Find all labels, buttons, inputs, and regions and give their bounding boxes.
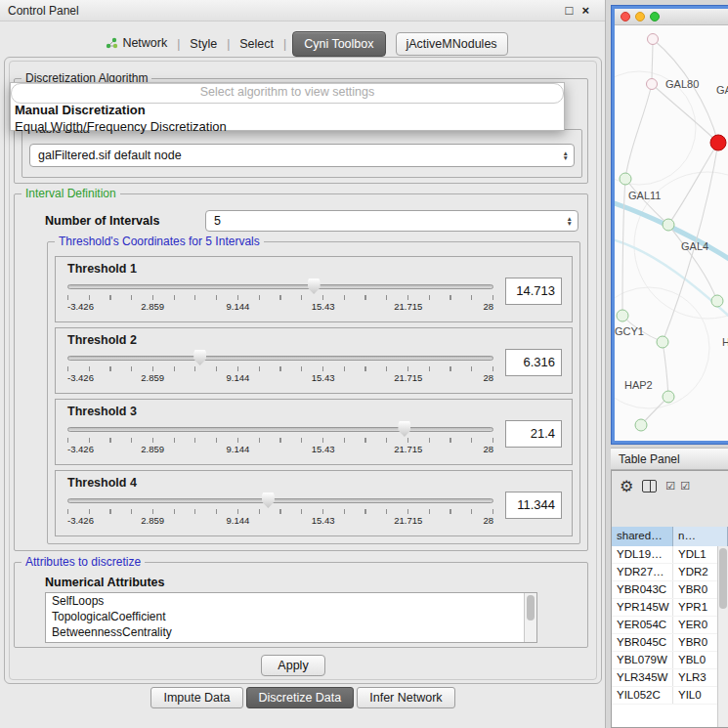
apply-button[interactable]: Apply <box>261 655 325 676</box>
table-cell: YER0 <box>673 617 717 633</box>
slider-scale-label: 2.859 <box>141 372 164 383</box>
table-data-selected-value: galFiltered.sif default node <box>38 149 182 162</box>
table-cell: YDR27… <box>612 564 673 580</box>
attribute-item[interactable]: TopologicalCoefficient <box>46 609 536 624</box>
threshold-value-field[interactable]: 6.316 <box>505 349 562 376</box>
slider-scale-label: 28 <box>483 301 493 312</box>
slider-ticks <box>67 366 493 371</box>
network-node-green[interactable] <box>635 419 648 432</box>
tab-network[interactable]: Network <box>97 32 176 56</box>
number-of-intervals-select[interactable]: 5 ▲ ▼ <box>205 210 578 232</box>
threshold-box: Threshold 4-3.4262.8599.14415.4321.71528… <box>55 470 573 536</box>
checkbox-select-icons[interactable]: ☑ ☑ <box>665 480 691 492</box>
screen: Control Panel □ × Network|Style|Select|C… <box>0 0 728 728</box>
network-node-green[interactable] <box>663 219 675 232</box>
list-scrollbar-thumb[interactable] <box>527 595 535 621</box>
list-scrollbar[interactable] <box>524 593 536 642</box>
slider-track <box>67 427 493 432</box>
table-row[interactable]: YBR045CYBR0 <box>612 634 717 652</box>
network-node-green[interactable] <box>663 391 675 404</box>
threshold-slider[interactable]: -3.4262.8599.14415.4321.71528 <box>67 348 493 387</box>
table-row[interactable]: YIL052CYIL0 <box>612 687 717 705</box>
threshold-label: Threshold 1 <box>67 262 562 276</box>
network-node-pink[interactable] <box>646 78 658 90</box>
slider-thumb[interactable] <box>398 421 410 437</box>
table-row[interactable]: YDR27…YDR2 <box>612 564 717 581</box>
numerical-attributes-list[interactable]: SelfLoopsTopologicalCoefficientBetweenne… <box>45 592 537 643</box>
columns-icon[interactable] <box>642 480 657 492</box>
network-node-red[interactable] <box>710 135 727 151</box>
table-row[interactable]: YDL19…YDL1 <box>612 546 717 564</box>
algorithm-placeholder[interactable]: Select algorithm to view settings <box>11 83 564 102</box>
slider-scale-label: -3.426 <box>67 515 94 526</box>
slider-scale-label: 9.144 <box>227 301 250 312</box>
slider-scale-label: 28 <box>483 444 493 454</box>
table-row[interactable]: YBR043CYBR0 <box>612 581 717 599</box>
bottom-tab-impute-data[interactable]: Impute Data <box>150 687 242 708</box>
threshold-label: Threshold 3 <box>67 405 562 418</box>
network-window-titlebar <box>615 9 728 25</box>
slider-thumb[interactable] <box>193 350 206 365</box>
table-cell: YBR0 <box>673 581 717 598</box>
thresholds-container: Threshold 1-3.4262.8599.14415.4321.71528… <box>55 256 573 541</box>
network-tab-icon <box>106 37 118 52</box>
close-traffic-light-icon[interactable] <box>621 12 630 21</box>
minimize-traffic-light-icon[interactable] <box>635 12 645 21</box>
threshold-value-field[interactable]: 14.713 <box>505 278 562 305</box>
slider-scale-label: 2.859 <box>141 301 164 312</box>
threshold-value-field[interactable]: 11.344 <box>505 492 562 519</box>
slider-thumb[interactable] <box>308 278 321 294</box>
tab-cyni-toolbox[interactable]: Cyni Toolbox <box>292 31 385 57</box>
slider-thumb[interactable] <box>262 492 275 508</box>
table-row[interactable]: YBL079WYBL0 <box>612 652 717 669</box>
table-scrollbar[interactable] <box>717 546 728 727</box>
threshold-row: -3.4262.8599.14415.4321.7152811.344 <box>67 491 562 530</box>
table-rows: YDL19…YDL1YDR27…YDR2YBR043CYBR0YPR145WYP… <box>612 546 717 727</box>
algorithm-option-equal-width-frequency[interactable]: Equal Width/Frequency Discretization <box>11 118 564 135</box>
table-row[interactable]: YPR145WYPR1 <box>612 599 717 617</box>
network-node-label: GCY1 <box>615 325 644 337</box>
slider-ticks <box>67 295 493 300</box>
threshold-row: -3.4262.8599.14415.4321.7152821.4 <box>67 419 562 458</box>
zoom-traffic-light-icon[interactable] <box>650 12 660 21</box>
attribute-item[interactable]: BetweennessCentrality <box>46 624 536 640</box>
slider-scale: -3.4262.8599.14415.4321.71528 <box>67 444 493 455</box>
threshold-value-field[interactable]: 21.4 <box>505 420 562 448</box>
threshold-slider[interactable]: -3.4262.8599.14415.4321.71528 <box>67 491 493 530</box>
table-toolbar: ⚙ ☑ ☑ <box>612 471 728 500</box>
close-icon[interactable]: × <box>581 4 589 17</box>
column-header-name[interactable]: n… <box>673 527 728 546</box>
tab-jactivemnodules[interactable]: jActiveMNodules <box>396 32 508 56</box>
algorithm-option-manual-discretization[interactable]: Manual Discretization <box>11 102 564 118</box>
threshold-slider[interactable]: -3.4262.8599.14415.4321.71528 <box>67 277 493 316</box>
tab-select[interactable]: Select <box>231 33 282 55</box>
network-node-green[interactable] <box>711 295 724 308</box>
thresholds-group-title: Threshold's Coordinates for 5 Intervals <box>55 235 264 248</box>
threshold-slider[interactable]: -3.4262.8599.14415.4321.71528 <box>67 419 493 458</box>
tab-style[interactable]: Style <box>181 33 226 55</box>
gear-icon[interactable]: ⚙ <box>620 477 633 495</box>
network-node-green[interactable] <box>620 173 632 186</box>
threshold-row: -3.4262.8599.14415.4321.7152814.713 <box>67 277 562 316</box>
slider-scale-label: 15.43 <box>312 444 335 454</box>
column-header-shared-name[interactable]: shared… <box>612 527 673 546</box>
network-node-green[interactable] <box>657 336 669 349</box>
attribute-item[interactable]: SelfLoops <box>46 593 536 609</box>
stepper-down-icon: ▼ <box>563 155 569 160</box>
network-canvas[interactable]: GAL80GAGAL11GAL4GCY1HHAP2 <box>615 25 728 441</box>
threshold-label: Threshold 2 <box>67 333 562 347</box>
bottom-tab-infer-network[interactable]: Infer Network <box>357 687 454 708</box>
table-cell: YLR3 <box>673 669 717 686</box>
table-cell: YDL1 <box>673 546 717 563</box>
table-row[interactable]: YLR345WYLR3 <box>612 669 717 687</box>
table-row[interactable]: YER054CYER0 <box>612 617 717 634</box>
table-data-select[interactable]: galFiltered.sif default node ▲ ▼ <box>29 144 575 167</box>
stepper-down-icon: ▼ <box>567 221 573 226</box>
network-node-pink[interactable] <box>647 33 659 45</box>
table-scrollbar-thumb[interactable] <box>719 548 727 609</box>
bottom-tab-discretize-data[interactable]: Discretize Data <box>246 687 355 708</box>
float-window-icon[interactable]: □ <box>566 4 574 17</box>
slider-ticks <box>67 509 493 514</box>
network-view-window: GAL80GAGAL11GAL4GCY1HHAP2 <box>611 5 728 445</box>
network-node-green[interactable] <box>617 310 629 322</box>
